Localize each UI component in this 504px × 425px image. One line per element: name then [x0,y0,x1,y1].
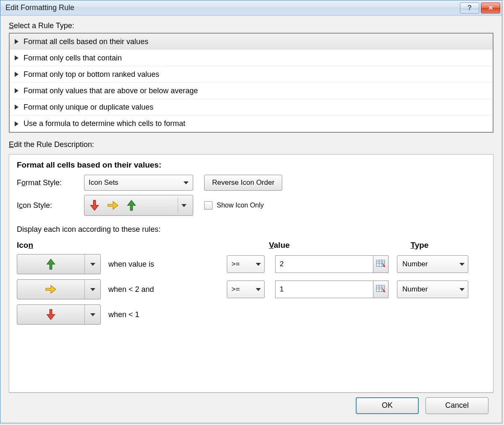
value-input-row1 [275,255,388,273]
show-icon-only-label: Show Icon Only [217,202,264,209]
column-type: Type [410,241,486,250]
arrow-right-yellow-icon [44,282,58,296]
close-icon: ✕ [488,4,494,12]
rules-intro-label: Display each icon according to these rul… [17,225,486,234]
chevron-down-icon [459,288,465,291]
show-icon-only-checkbox[interactable] [204,201,213,210]
help-button[interactable]: ? [460,3,479,13]
range-picker-icon [375,259,386,270]
triangle-icon [15,88,18,93]
type-select-row1[interactable]: Number [397,255,468,273]
rule-description-title: Format all cells based on their values: [17,160,486,170]
chevron-down-icon [256,263,261,266]
chevron-down-icon [84,305,100,324]
rule-type-list: Format all cells based on their values F… [9,33,494,133]
range-picker-icon [375,284,386,295]
table-row: when < 1 [17,304,486,325]
rule-description-label: Edit the Rule Description: [9,140,494,149]
dialog-footer: OK Cancel [9,393,494,418]
chevron-down-icon [84,280,100,299]
rule-type-item-label: Format all cells based on their values [24,37,148,46]
dialog-body: Select a Rule Type: Format all cells bas… [0,16,502,423]
chevron-down-icon [459,263,465,266]
value-input-row2 [275,281,388,298]
icon-picker-row1[interactable] [17,254,101,274]
dialog-window: Edit Formatting Rule ? ✕ Select a Rule T… [0,0,502,423]
close-button[interactable]: ✕ [481,3,500,13]
operator-select-row2[interactable]: >= [227,281,265,298]
chevron-down-icon [84,254,100,274]
icon-rules-table: Icon Value Type [17,241,486,325]
rule-type-item-label: Format only unique or duplicate values [24,103,153,112]
icon-picker-row2[interactable] [17,279,101,299]
cancel-button[interactable]: Cancel [425,397,488,414]
chevron-down-icon [184,181,189,184]
when-label: when value is [108,260,154,269]
format-style-select[interactable]: Icon Sets [84,175,193,191]
column-value: Value [269,241,410,250]
arrow-up-green-icon [44,257,58,271]
rule-description-box: Format all cells based on their values: … [9,154,494,393]
triangle-icon [15,105,18,110]
window-buttons: ? ✕ [460,3,500,13]
help-icon: ? [467,4,472,12]
table-row: when value is >= [17,254,486,274]
table-row: when < 2 and >= [17,279,486,299]
value-field[interactable] [275,255,373,273]
rule-type-item-label: Format only cells that contain [24,54,122,63]
reverse-icon-order-button[interactable]: Reverse Icon Order [204,175,282,191]
rule-type-label: Select a Rule Type: [9,21,494,30]
rule-type-item-label: Format only top or bottom ranked values [24,70,159,79]
rule-type-item[interactable]: Format all cells based on their values [10,34,493,50]
format-style-value: Icon Sets [89,178,184,187]
chevron-down-icon [256,288,261,291]
ok-button[interactable]: OK [356,397,419,414]
when-label: when < 1 [108,310,139,319]
rule-type-item[interactable]: Use a formula to determine which cells t… [10,115,493,132]
icon-picker-row3[interactable] [17,304,101,325]
table-header: Icon Value Type [17,241,486,250]
column-icon: Icon [17,241,225,250]
format-style-label: Format Style: [17,178,84,187]
triangle-icon [15,72,18,77]
when-label: when < 2 and [108,285,154,294]
operator-select-row1[interactable]: >= [227,255,265,273]
arrow-down-red-icon [44,307,58,322]
type-select-row2[interactable]: Number [397,281,468,298]
range-picker-button[interactable] [373,255,388,273]
chevron-down-icon [178,197,189,214]
arrow-up-green-icon [125,198,138,212]
rule-type-item[interactable]: Format only cells that contain [10,50,493,66]
rule-type-item[interactable]: Format only unique or duplicate values [10,99,493,115]
triangle-icon [15,39,18,44]
arrow-right-yellow-icon [106,198,120,212]
rule-type-item[interactable]: Format only values that are above or bel… [10,83,493,99]
dialog-title: Edit Formatting Rule [5,3,74,12]
triangle-icon [15,55,18,60]
rule-type-item[interactable]: Format only top or bottom ranked values [10,66,493,83]
value-field[interactable] [275,281,373,298]
icon-style-select[interactable] [84,195,193,216]
titlebar: Edit Formatting Rule ? ✕ [0,0,502,16]
arrow-down-red-icon [88,198,101,212]
rule-type-item-label: Format only values that are above or bel… [24,87,198,95]
icon-style-label: Icon Style: [17,201,84,210]
triangle-icon [15,121,18,126]
rule-type-item-label: Use a formula to determine which cells t… [24,119,185,128]
range-picker-button[interactable] [373,281,388,298]
